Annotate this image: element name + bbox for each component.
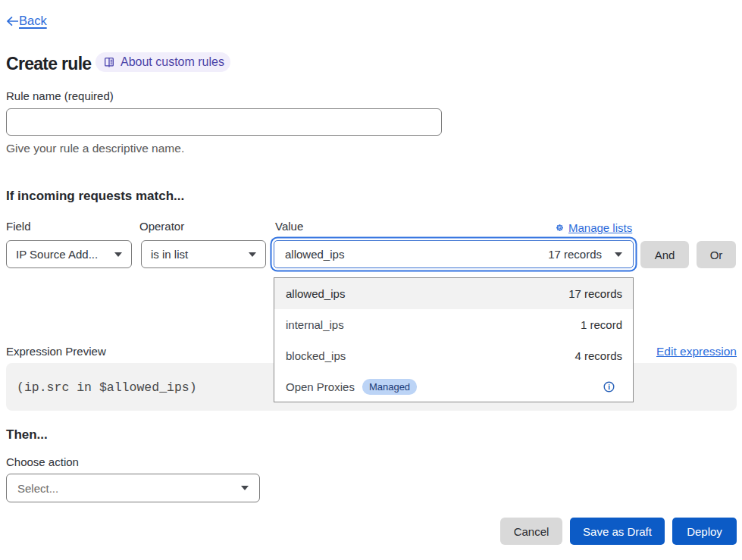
svg-text:i: i [608,383,610,391]
